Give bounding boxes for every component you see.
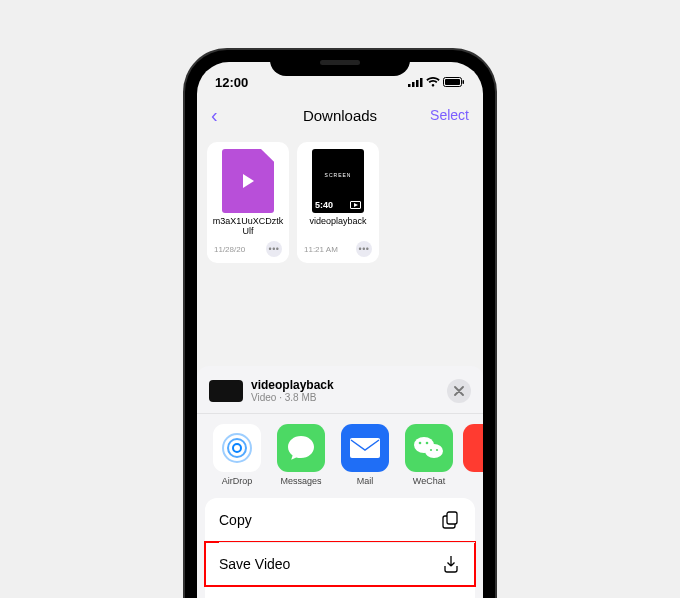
file-date: 11:21 AM [304,245,338,254]
status-time: 12:00 [215,75,248,90]
svg-point-12 [425,444,443,458]
svg-rect-0 [408,84,411,87]
video-duration: 5:40 [315,200,333,210]
svg-point-7 [233,444,241,452]
share-sheet: videoplayback Video · 3.8 MB AirDrop [197,366,483,598]
app-label: Messages [271,476,331,486]
svg-rect-17 [447,512,457,524]
file-item[interactable]: SCREEN 5:40 videoplayback 11:21 AM ••• [297,142,379,263]
video-file-icon [222,149,274,213]
share-title: videoplayback [251,378,447,392]
play-icon [350,201,361,209]
file-name: m3aX1UuXCDztkUlf [212,217,284,237]
video-thumbnail: SCREEN 5:40 [312,149,364,213]
action-label: Save Video [219,556,290,572]
wifi-icon [426,77,440,87]
svg-rect-6 [463,80,465,84]
app-partial[interactable] [463,424,483,486]
download-icon [441,554,461,574]
app-label: AirDrop [207,476,267,486]
svg-rect-5 [445,79,460,85]
file-date: 11/28/20 [214,245,245,254]
partial-app-icon [463,424,483,472]
phone-notch [270,50,410,76]
back-button[interactable]: ‹ [211,104,218,127]
more-button[interactable]: ••• [356,241,372,257]
svg-rect-1 [412,82,415,87]
app-mail[interactable]: Mail [335,424,395,486]
share-subtitle: Video · 3.8 MB [251,392,447,403]
phone-frame: 12:00 ‹ Downloads Select m3aX1UuXCDztkUl… [185,50,495,598]
select-button[interactable]: Select [430,107,469,123]
battery-icon [443,77,465,87]
messages-icon [277,424,325,472]
share-thumbnail [209,380,243,402]
svg-point-16 [436,449,438,451]
app-messages[interactable]: Messages [271,424,331,486]
svg-point-15 [430,449,432,451]
nav-bar: ‹ Downloads Select [197,96,483,134]
file-name: videoplayback [302,217,374,237]
close-icon [454,386,464,396]
action-label: Copy [219,512,252,528]
mail-icon [341,424,389,472]
svg-point-8 [228,439,246,457]
page-title: Downloads [303,107,377,124]
signal-icon [408,77,423,87]
share-apps-row[interactable]: AirDrop Messages Mail [197,414,483,498]
app-label: Mail [335,476,395,486]
svg-rect-2 [416,80,419,87]
share-header: videoplayback Video · 3.8 MB [197,374,483,414]
copy-to-documents-action[interactable]: Copy to Documents [205,586,475,598]
svg-rect-10 [350,438,380,458]
svg-point-13 [419,442,422,445]
action-list: Copy Save Video Copy to Documents [205,498,475,598]
svg-rect-3 [420,78,423,87]
file-item[interactable]: m3aX1UuXCDztkUlf 11/28/20 ••• [207,142,289,263]
copy-action[interactable]: Copy [205,498,475,542]
app-airdrop[interactable]: AirDrop [207,424,267,486]
airdrop-icon [213,424,261,472]
more-button[interactable]: ••• [266,241,282,257]
svg-point-14 [426,442,429,445]
app-label: WeChat [399,476,459,486]
close-button[interactable] [447,379,471,403]
status-indicators [408,77,465,87]
files-grid: m3aX1UuXCDztkUlf 11/28/20 ••• SCREEN 5:4… [197,134,483,271]
save-video-action[interactable]: Save Video [205,542,475,586]
app-wechat[interactable]: WeChat [399,424,459,486]
copy-icon [441,510,461,530]
wechat-icon [405,424,453,472]
phone-screen: 12:00 ‹ Downloads Select m3aX1UuXCDztkUl… [197,62,483,598]
